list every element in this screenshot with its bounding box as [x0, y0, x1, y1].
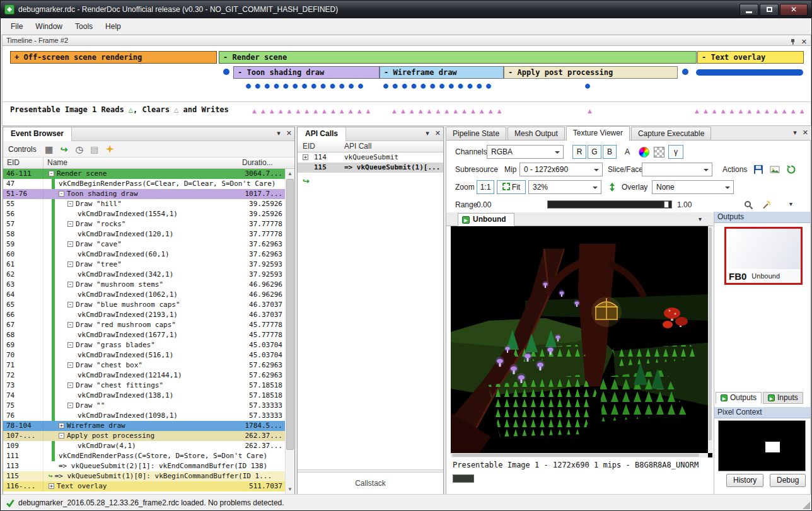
event-row[interactable]: 69 -Draw "grass blades" 45.03704 [3, 340, 285, 350]
range-slider-handle[interactable] [664, 201, 669, 208]
event-row[interactable]: 66 vkCmdDrawIndexed(2193,1) 46.37037 [3, 310, 285, 320]
texture-viewport[interactable] [451, 226, 712, 457]
viewport-horizontal-scrollbar[interactable] [451, 453, 708, 457]
panel-close-icon[interactable]: ✕ [435, 129, 441, 137]
writes-triangle-group[interactable]: ▲▲▲▲▲▲▲▲▲▲▲▲▲ [391, 107, 505, 115]
expander-icon[interactable]: - [67, 201, 73, 207]
event-row[interactable]: 67 -Draw "red mushroom caps" 45.77778 [3, 320, 285, 330]
api-calls-tab[interactable]: API Calls [298, 127, 346, 141]
event-row[interactable]: 58 vkCmdDrawIndexed(120,1) 37.77778 [3, 229, 285, 239]
event-row[interactable]: 72 vkCmdDrawIndexed(12144,1) 57.62963 [3, 370, 285, 381]
event-row[interactable]: 55 -Draw "hill" 39.25926 [3, 199, 285, 209]
channels-select[interactable]: RGBA [487, 145, 564, 159]
timeline-header[interactable]: Timeline - Frame #2 ✕ [2, 35, 811, 46]
expander-icon[interactable]: - [67, 403, 73, 408]
panel-menu-icon[interactable]: ▾ [277, 129, 281, 137]
flip-y-icon[interactable] [605, 180, 619, 194]
column-duration[interactable]: Duratio... [242, 158, 273, 168]
event-row[interactable]: 65 -Draw "blue mushroom caps" 46.37037 [3, 300, 285, 310]
zoom-1-1-button[interactable]: 1:1 [477, 180, 494, 194]
texture-tab-unbound[interactable]: ▶ Unbound [458, 213, 514, 226]
scroll-up-icon[interactable]: ▲ [286, 169, 294, 178]
panel-close-icon[interactable]: ✕ [286, 129, 292, 137]
timeline-bar-wireframe[interactable]: - Wireframe draw [380, 66, 504, 79]
autofit-wand-icon[interactable] [759, 198, 773, 212]
event-row[interactable]: 51-76 -Toon shading draw 1017.7... [3, 189, 285, 199]
save-icon[interactable] [751, 163, 765, 176]
show-durations-icon[interactable]: ◷ [73, 144, 86, 154]
event-row[interactable]: 56 vkCmdDrawIndexed(1554,1) 39.25926 [3, 209, 285, 219]
event-row[interactable]: 64 vkCmdDrawIndexed(1062,1) 46.96296 [3, 290, 285, 300]
expander-icon[interactable]: - [67, 241, 73, 247]
panel-tab[interactable]: Texture Viewer [566, 126, 630, 141]
event-browser-tab[interactable]: Event Browser [3, 127, 72, 141]
checkerboard-background-icon[interactable] [652, 145, 666, 159]
column-eid[interactable]: EID [303, 141, 315, 152]
timeline-bar-post-processing[interactable]: - Apply post processing [504, 66, 678, 79]
event-row[interactable]: 74 vkCmdDrawIndexed(138,1) 57.18518 [3, 391, 285, 401]
menu-item[interactable]: File [4, 20, 29, 33]
expander-icon[interactable]: - [59, 191, 64, 197]
event-row[interactable]: 46-111 -Render scene 3064.7... [3, 169, 285, 179]
panel-tab[interactable]: Pipeline State [446, 127, 506, 141]
timeline-dots-post[interactable]: ● [585, 81, 594, 90]
zoom-range-icon[interactable] [741, 198, 755, 212]
pixel-context-view[interactable] [718, 420, 806, 471]
open-texture-list-icon[interactable] [768, 163, 782, 176]
resize-grip[interactable] [803, 502, 810, 509]
expander-icon[interactable]: - [67, 302, 73, 307]
timeline-bar-text-overlay[interactable]: - Text overlay [697, 51, 804, 64]
column-name[interactable]: Name [47, 158, 67, 168]
expander-icon[interactable]: - [59, 433, 64, 439]
timeline-bar-toon-shading[interactable]: - Toon shading draw [233, 66, 380, 79]
event-row[interactable]: 107-... -Apply post processing 262.37... [3, 431, 285, 441]
event-row[interactable]: 78-104 +Wireframe draw 1784.5... [3, 421, 285, 431]
timeline-dots-wireframe[interactable]: ●●●●●●●●●●●● [383, 81, 496, 90]
zoom-level-combo[interactable]: 32% [528, 180, 601, 194]
expander-icon[interactable]: - [67, 382, 73, 388]
expander-icon[interactable]: - [67, 322, 73, 328]
expander-icon[interactable]: - [67, 261, 73, 267]
expander-icon[interactable]: + [303, 154, 308, 160]
timeline-bar-offscreen[interactable]: + Off-screen scene rendering [10, 51, 217, 64]
expander-icon[interactable]: - [67, 221, 73, 227]
close-button[interactable]: ✕ [780, 4, 808, 16]
timeline-body[interactable]: + Off-screen scene rendering - Render sc… [2, 46, 811, 126]
event-row[interactable]: 76 vkCmdDrawIndexed(1098,1) 57.33333 [3, 411, 285, 421]
slice-face-select[interactable] [642, 163, 712, 176]
range-slider[interactable] [547, 200, 672, 209]
panel-tab[interactable]: Mesh Output [508, 127, 565, 141]
expander-icon[interactable]: + [49, 483, 54, 489]
menu-item[interactable]: Window [29, 20, 69, 33]
api-call-row[interactable]: 115 => vkQueueSubmit(1)[... [298, 163, 443, 173]
viewport-vertical-scrollbar[interactable] [708, 226, 712, 453]
gamma-toggle[interactable]: γ [668, 145, 683, 159]
statistics-icon[interactable]: ▤ [88, 144, 101, 154]
tab-inputs[interactable]: ▶ Inputs [763, 392, 803, 404]
api-calls-column-header[interactable]: EID API Call [298, 141, 443, 152]
panel-menu-icon[interactable]: ▾ [793, 129, 797, 136]
maximize-button[interactable] [760, 4, 779, 16]
expander-icon[interactable]: - [67, 342, 73, 348]
event-row[interactable]: 73 -Draw "chest fittings" 57.18518 [3, 381, 285, 391]
scrollbar-thumb[interactable] [286, 179, 294, 450]
column-eid[interactable]: EID [3, 158, 44, 168]
debug-button[interactable]: Debug [770, 474, 806, 487]
column-api-call[interactable]: API Call [344, 141, 371, 152]
history-button[interactable]: History [726, 474, 763, 487]
scroll-down-icon[interactable]: ▼ [286, 485, 294, 494]
event-row[interactable]: 70 vkCmdDrawIndexed(516,1) 45.03704 [3, 350, 285, 360]
expander-icon[interactable]: - [49, 171, 54, 176]
menu-item[interactable]: Help [99, 20, 127, 33]
event-row[interactable]: 71 -Draw "chest box" 57.62963 [3, 360, 285, 370]
panel-tab[interactable]: Capture Executable [631, 127, 711, 141]
timeline-browse-icon[interactable]: ▦ [43, 144, 55, 154]
event-row[interactable]: 113 => vkQueueSubmit(2)[1]: vkEndCommand… [3, 461, 285, 471]
channel-red-toggle[interactable]: R [572, 145, 586, 159]
bookmark-icon[interactable] [106, 145, 114, 153]
event-row[interactable]: 57 -Draw "rocks" 37.77778 [3, 219, 285, 229]
event-row[interactable]: 68 vkCmdDrawIndexed(1677,1) 45.77778 [3, 330, 285, 340]
event-row[interactable]: 62 vkCmdDrawIndexed(342,1) 37.92593 [3, 270, 285, 280]
color-wheel-icon[interactable] [637, 145, 651, 159]
refresh-icon[interactable] [784, 163, 798, 176]
